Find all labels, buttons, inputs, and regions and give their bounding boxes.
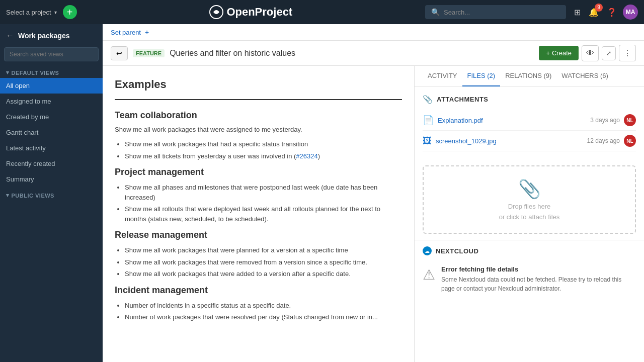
header-actions: + Create 👁 ⤢ ⋮ <box>539 45 636 61</box>
sidebar-item-summary[interactable]: Summary <box>0 171 103 187</box>
sidebar-search-container <box>0 44 103 64</box>
tab-activity[interactable]: ACTIVITY <box>423 66 462 86</box>
public-views-section[interactable]: ▾ PUBLIC VIEWS <box>0 187 103 201</box>
attachment-pdf-link[interactable]: Explanation.pdf <box>438 117 483 124</box>
attachments-header: 📎 ATTACHMENTS <box>423 95 636 104</box>
public-views-label: PUBLIC VIEWS <box>12 193 54 199</box>
chevron-down-icon: ▾ <box>54 10 57 15</box>
global-search[interactable]: 🔍 <box>425 5 566 19</box>
nav-icons: ⊞ 🔔 9 ❓ MA <box>572 5 638 20</box>
tab-files[interactable]: FILES (2) <box>462 66 501 86</box>
pdf-user-avatar: NL <box>624 114 636 126</box>
attachment-row: 🖼 screenshot_1029.jpg 12 days ago NL <box>423 131 636 151</box>
sidebar-item-label: Summary <box>6 175 34 183</box>
img-user-avatar: NL <box>624 135 636 147</box>
list-item: Show me all tickets from yesterday a use… <box>125 151 402 161</box>
chevron-icon: ▾ <box>6 69 10 76</box>
nextcloud-error: ⚠ Error fetching file details Some Nextc… <box>415 259 644 299</box>
section-project-management: Project management <box>115 167 402 177</box>
release-management-list: Show me all work packages that were plan… <box>115 245 402 279</box>
sidebar-item-assigned-to-me[interactable]: Assigned to me <box>0 94 103 109</box>
nextcloud-header: ☁ NEXTCLOUD <box>415 240 644 259</box>
drop-zone-line2: or click to attach files <box>499 213 560 221</box>
logo-text: OpenProject <box>226 6 292 19</box>
avatar[interactable]: MA <box>623 5 638 20</box>
back-icon: ← <box>6 31 14 40</box>
sidebar-item-latest-activity[interactable]: Latest activity <box>0 140 103 156</box>
attachment-right: 12 days ago NL <box>587 135 636 147</box>
ticket-link[interactable]: #26324 <box>296 152 317 160</box>
feature-badge: FEATURE <box>133 49 165 57</box>
attachment-row: 📄 Explanation.pdf 3 days ago NL <box>423 110 636 131</box>
sidebar-item-recently-created[interactable]: Recently created <box>0 156 103 171</box>
team-collaboration-list: Show me all work packages that had a spe… <box>115 139 402 161</box>
list-item: Show me all work packages that were plan… <box>125 245 402 255</box>
grid-button[interactable]: ⊞ <box>572 6 583 19</box>
more-button[interactable]: ⋮ <box>619 45 636 61</box>
plus-icon: + <box>546 49 550 57</box>
logo-area: OpenProject <box>83 5 419 19</box>
sidebar-item-all-open[interactable]: All open <box>0 78 103 94</box>
attachment-img-link[interactable]: screenshot_1029.jpg <box>436 137 497 145</box>
sidebar: ← Work packages ▾ DEFAULT VIEWS All open… <box>0 24 103 362</box>
error-body: Some Nextcloud data could not be fetched… <box>441 275 636 293</box>
back-button[interactable]: ↩ <box>111 46 128 60</box>
list-item: Number of incidents in a specific status… <box>125 301 402 311</box>
sidebar-item-label: All open <box>6 82 30 89</box>
sidebar-item-label: Latest activity <box>6 144 46 152</box>
fullscreen-button[interactable]: ⤢ <box>602 46 616 60</box>
pdf-date: 3 days ago <box>590 117 620 124</box>
sidebar-header[interactable]: ← Work packages <box>0 24 103 44</box>
project-management-list: Show me all phases and milestones that w… <box>115 183 402 224</box>
incident-management-list: Number of incidents in a specific status… <box>115 301 402 322</box>
nextcloud-error-text: Error fetching file details Some Nextclo… <box>441 265 636 293</box>
chevron-icon: ▾ <box>6 192 10 199</box>
sidebar-title: Work packages <box>18 32 69 40</box>
project-selector[interactable]: Select a project ▾ <box>6 9 57 16</box>
list-item: Show me all rollouts that were deployed … <box>125 204 402 224</box>
attachments-title: ATTACHMENTS <box>437 96 489 103</box>
list-item: Show me all phases and milestones that w… <box>125 183 402 202</box>
img-date: 12 days ago <box>587 137 620 144</box>
add-project-button[interactable]: + <box>63 5 77 19</box>
drop-zone-line1: Drop files here <box>508 203 551 210</box>
default-views-section[interactable]: ▾ DEFAULT VIEWS <box>0 64 103 78</box>
sidebar-item-created-by-me[interactable]: Created by me <box>0 109 103 125</box>
sidebar-item-gantt-chart[interactable]: Gantt chart <box>0 125 103 140</box>
tab-relations[interactable]: RELATIONS (9) <box>500 66 556 86</box>
notifications-button[interactable]: 🔔 9 <box>587 6 601 19</box>
nextcloud-icon: ☁ <box>423 246 432 255</box>
paperclip-icon: 📎 <box>423 95 433 104</box>
error-title: Error fetching file details <box>441 265 636 273</box>
eye-button[interactable]: 👁 <box>582 45 599 61</box>
nextcloud-title: NEXTCLOUD <box>436 247 478 255</box>
drop-zone[interactable]: 📎 Drop files here or click to attach fil… <box>423 165 636 234</box>
attachments-section: 📎 ATTACHMENTS 📄 Explanation.pdf 3 days a… <box>415 86 644 159</box>
create-button[interactable]: + Create <box>539 46 579 60</box>
tab-watchers[interactable]: WATCHERS (6) <box>556 66 613 86</box>
attachment-right: 3 days ago NL <box>590 114 636 126</box>
notification-badge: 9 <box>595 4 603 12</box>
attachment-left: 🖼 screenshot_1029.jpg <box>423 136 497 146</box>
tabs: ACTIVITY FILES (2) RELATIONS (9) WATCHER… <box>415 66 644 86</box>
logo-icon <box>209 5 223 19</box>
search-input[interactable] <box>444 9 560 16</box>
error-icon: ⚠ <box>423 266 435 283</box>
set-parent-plus[interactable]: + <box>145 28 149 36</box>
top-navigation: Select a project ▾ + OpenProject 🔍 ⊞ 🔔 9… <box>0 0 644 24</box>
list-item: Show me all work packages that had a spe… <box>125 139 402 149</box>
image-icon: 🖼 <box>423 136 432 146</box>
drop-icon: 📎 <box>518 178 541 200</box>
project-selector-label: Select a project <box>6 9 51 16</box>
help-button[interactable]: ❓ <box>605 6 619 19</box>
split-view: Examples Team collaboration Show me all … <box>103 66 644 362</box>
sidebar-search-input[interactable] <box>4 47 99 61</box>
section-team-collaboration: Team collaboration <box>115 110 402 121</box>
main-layout: ← Work packages ▾ DEFAULT VIEWS All open… <box>0 24 644 362</box>
default-views-label: DEFAULT VIEWS <box>12 70 59 76</box>
attachment-left: 📄 Explanation.pdf <box>423 115 483 126</box>
list-item: Show me all work packages that were adde… <box>125 269 402 279</box>
list-item: Show me all work packages that were remo… <box>125 257 402 267</box>
pdf-icon: 📄 <box>423 115 434 126</box>
set-parent-link[interactable]: Set parent <box>111 29 141 36</box>
